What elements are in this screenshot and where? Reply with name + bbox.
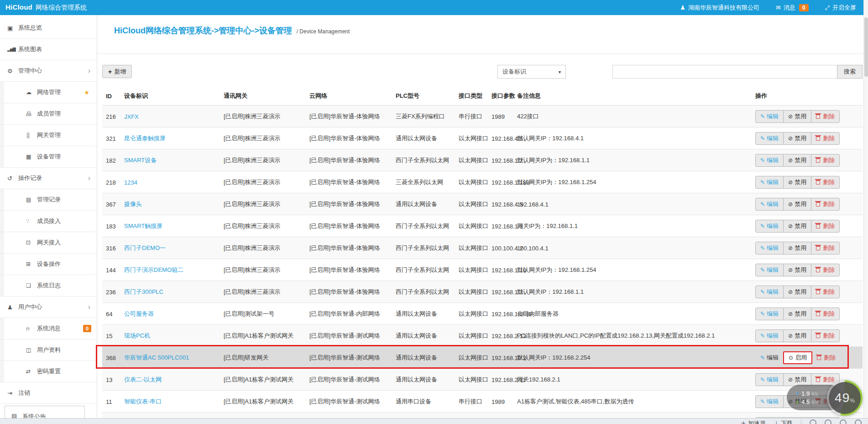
- sidebar-item-bell[interactable]: ⍾ 系统消息 ★ 0 ›: [0, 318, 97, 339]
- sidebar-item-share[interactable]: ∵ 成员接入 ★ ›: [0, 211, 97, 232]
- device-name-link[interactable]: 华辰智通AC 500PLC001: [124, 354, 189, 361]
- plc-model-cell: 通用以太网设备: [392, 303, 455, 325]
- cloud-icon: ☁: [26, 89, 35, 95]
- edit-button[interactable]: ✎编辑: [755, 220, 784, 233]
- toggle-enable-button[interactable]: ⊘禁用: [783, 242, 811, 254]
- toggle-enable-button[interactable]: ⊘禁用: [783, 373, 811, 386]
- edit-button[interactable]: ✎编辑: [755, 329, 784, 342]
- toggle-enable-button[interactable]: ⊘禁用: [783, 110, 811, 123]
- toggle-enable-button[interactable]: ⊘禁用: [783, 132, 811, 145]
- delete-button[interactable]: 删除: [811, 307, 840, 320]
- delete-button[interactable]: 删除: [811, 395, 840, 408]
- accelerator-button[interactable]: ✈ 加速器: [741, 419, 766, 424]
- sidebar-item-history[interactable]: ↺ 操作记录 ★ ›: [0, 168, 97, 189]
- edit-button[interactable]: ✎编辑: [755, 132, 784, 145]
- sidebar-item-grid[interactable]: ⣿ 网关管理 ★ ›: [0, 125, 97, 146]
- sidebar-item-document[interactable]: ▤ 管理记录 ★ ›: [0, 189, 97, 211]
- delete-button[interactable]: 删除: [811, 198, 840, 211]
- device-name-link[interactable]: 西门子300PLC: [124, 288, 163, 295]
- edit-button[interactable]: ✎编辑: [755, 110, 784, 123]
- download-button[interactable]: ↓ 下载: [774, 419, 793, 424]
- device-name-link[interactable]: JXFX: [124, 113, 139, 120]
- interface-type-cell: 以太网接口: [455, 259, 488, 281]
- edit-button[interactable]: ✎编辑: [755, 264, 784, 276]
- sidebar-item-logout[interactable]: ⇥ 注销 ★ ›: [0, 382, 97, 404]
- refresh-icon: ⇄: [26, 368, 35, 375]
- sidebar-item-sitemap[interactable]: 品 成员管理 ★ ›: [0, 103, 97, 125]
- toolbar-circle-icon[interactable]: [810, 419, 816, 424]
- edit-button[interactable]: ✎编辑: [755, 373, 784, 386]
- delete-button[interactable]: 删除: [812, 351, 841, 364]
- actions-group: ✎编辑 ⊘禁用 删除: [755, 176, 840, 189]
- delete-button[interactable]: 删除: [811, 220, 840, 233]
- device-name-link[interactable]: 西门子演示DEMO箱二: [124, 266, 183, 273]
- actions-cell: ✎编辑 ⊙启用 删除: [752, 347, 863, 369]
- device-name-link[interactable]: 昆仑通泰触摸屏: [124, 135, 166, 142]
- toggle-enable-button[interactable]: ⊘禁用: [783, 176, 811, 189]
- delete-button[interactable]: 删除: [811, 329, 840, 342]
- actions-group: ✎编辑 ⊘禁用 删除: [755, 307, 840, 320]
- sidebar-item-share-square[interactable]: ⊡ 网关接入 ★ ›: [0, 232, 97, 254]
- sidebar-item-plus-square[interactable]: ⊞ 设备操作 ★ ›: [0, 254, 97, 275]
- search-button[interactable]: 搜索: [837, 65, 863, 79]
- edit-button[interactable]: ✎编辑: [755, 154, 784, 167]
- toolbar-circle-icon[interactable]: [840, 419, 847, 424]
- toggle-enable-button[interactable]: ⊘禁用: [783, 307, 811, 320]
- device-name-link[interactable]: 摄像头: [124, 201, 142, 207]
- toggle-enable-button[interactable]: ⊘禁用: [783, 220, 811, 233]
- sidebar-item-grid-large[interactable]: ◫ 用户资料 ★ ›: [0, 339, 97, 361]
- filter-field-dropdown[interactable]: 设备标识 ▾: [497, 65, 566, 79]
- toolbar-circle-icon[interactable]: [855, 419, 862, 424]
- edit-button[interactable]: ✎编辑: [755, 198, 784, 211]
- caret-down-icon: ▾: [559, 69, 561, 74]
- toggle-enable-button[interactable]: ⊘禁用: [783, 395, 811, 408]
- toggle-enable-button[interactable]: ⊘禁用: [783, 154, 811, 167]
- add-device-button[interactable]: + 新增: [102, 65, 132, 78]
- delete-button[interactable]: 删除: [811, 176, 840, 189]
- device-name-link[interactable]: 1234: [124, 179, 137, 186]
- sidebar-item-file[interactable]: ❏ 系统日志 ★ ›: [0, 275, 97, 297]
- search-input[interactable]: [612, 65, 837, 79]
- toggle-enable-button[interactable]: ⊘禁用: [783, 264, 811, 276]
- sidebar-item-overview[interactable]: ▣ 系统总览 ★ ›: [0, 17, 97, 39]
- note-cell: 默认网关IP：192.168.4.1: [513, 127, 752, 149]
- plc-model-cell: 通用串口设备: [392, 391, 455, 413]
- delete-button[interactable]: 删除: [811, 264, 840, 276]
- sidebar-item-gear[interactable]: ⚙ 管理中心 ★ ›: [0, 60, 97, 82]
- device-name-link[interactable]: 智能仪表-串口: [124, 398, 162, 405]
- device-name-link[interactable]: 公司服务器: [124, 310, 154, 317]
- edit-button[interactable]: ✎编辑: [755, 351, 784, 364]
- sidebar-item-refresh[interactable]: ⇄ 密码重置 ★ ›: [0, 361, 97, 382]
- device-name-link[interactable]: 西门子DEMO一: [124, 244, 166, 251]
- edit-button[interactable]: ✎编辑: [755, 242, 784, 254]
- delete-button[interactable]: 删除: [811, 286, 840, 298]
- edit-button[interactable]: ✎编辑: [755, 395, 784, 408]
- edit-button[interactable]: ✎编辑: [755, 176, 784, 189]
- fullscreen-toggle[interactable]: ⤢ 开启全屏: [825, 4, 856, 12]
- delete-button[interactable]: 删除: [811, 373, 840, 386]
- messages-menu[interactable]: ✉ 消息 0: [776, 4, 809, 12]
- vertical-scrollbar[interactable]: [863, 0, 868, 424]
- device-name-link[interactable]: SMART设备: [124, 157, 157, 164]
- delete-button[interactable]: 删除: [811, 154, 840, 167]
- delete-button[interactable]: 删除: [811, 110, 840, 123]
- company-account[interactable]: ♟ 湖南华辰智通科技有限公司: [680, 4, 759, 12]
- sidebar-item-users[interactable]: ♟ 用户中心 ★ ›: [0, 297, 97, 318]
- edit-button[interactable]: ✎编辑: [755, 286, 784, 298]
- delete-button[interactable]: 删除: [811, 242, 840, 254]
- sidebar-item-calendar[interactable]: ▦ 设备管理 ★ ›: [0, 146, 97, 168]
- toggle-enable-button[interactable]: ⊙启用: [783, 351, 812, 364]
- sidebar-item-chart[interactable]: ▂▅▇ 系统图表 ★ ›: [0, 39, 97, 60]
- scrollbar-thumb[interactable]: [864, 17, 868, 77]
- device-name-link[interactable]: 仪表二-以太网: [124, 376, 162, 383]
- sidebar-item-cloud[interactable]: ☁ 网络管理 ★ ›: [0, 82, 97, 103]
- toggle-enable-button[interactable]: ⊘禁用: [783, 198, 811, 211]
- trash-icon: [816, 268, 820, 272]
- toggle-enable-button[interactable]: ⊘禁用: [783, 329, 811, 342]
- toolbar-circle-icon[interactable]: [825, 419, 831, 424]
- delete-button[interactable]: 删除: [811, 132, 840, 145]
- device-name-link[interactable]: 现场PC机: [124, 332, 150, 339]
- toggle-enable-button[interactable]: ⊘禁用: [783, 286, 811, 298]
- device-name-link[interactable]: SMART触摸屏: [124, 223, 162, 229]
- edit-button[interactable]: ✎编辑: [755, 307, 784, 320]
